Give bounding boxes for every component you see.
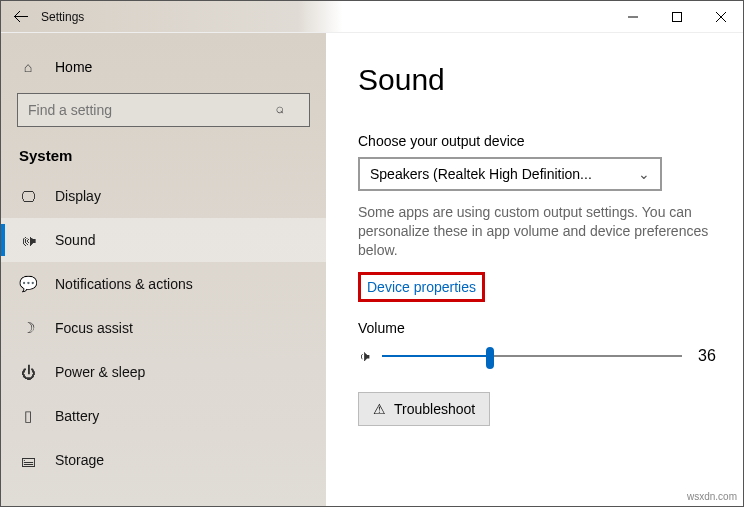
sidebar-item-home[interactable]: ⌂ Home (1, 47, 326, 87)
device-properties-highlight: Device properties (358, 272, 485, 302)
device-properties-link[interactable]: Device properties (367, 279, 476, 295)
home-icon: ⌂ (19, 59, 37, 75)
troubleshoot-label: Troubleshoot (394, 401, 475, 417)
sidebar-item-storage[interactable]: 🖴 Storage (1, 438, 326, 482)
svg-rect-1 (673, 12, 682, 21)
slider-fill (382, 355, 490, 357)
sidebar-item-label: Storage (55, 452, 104, 468)
home-label: Home (55, 59, 92, 75)
sidebar-item-battery[interactable]: ▯ Battery (1, 394, 326, 438)
output-device-dropdown[interactable]: Speakers (Realtek High Definition... ⌄ (358, 157, 662, 191)
volume-row: 🕩 36 (358, 346, 721, 366)
back-button[interactable]: 🡠 (1, 8, 41, 26)
close-icon (716, 12, 726, 22)
sidebar-item-label: Focus assist (55, 320, 133, 336)
search-icon: ⌕ (276, 100, 284, 116)
maximize-icon (672, 12, 682, 22)
sidebar-item-sound[interactable]: 🕪 Sound (1, 218, 326, 262)
sidebar: ⌂ Home ⌕ System 🖵 Display 🕪 Sound 💬 Noti… (1, 33, 326, 506)
troubleshoot-button[interactable]: ⚠ Troubleshoot (358, 392, 490, 426)
sidebar-item-label: Battery (55, 408, 99, 424)
sidebar-item-power-sleep[interactable]: ⏻ Power & sleep (1, 350, 326, 394)
chevron-down-icon: ⌄ (638, 166, 650, 182)
sidebar-item-label: Notifications & actions (55, 276, 193, 292)
window-title: Settings (41, 10, 84, 24)
storage-icon: 🖴 (19, 452, 37, 469)
notifications-icon: 💬 (19, 275, 37, 293)
volume-value: 36 (698, 347, 716, 365)
output-device-label: Choose your output device (358, 133, 721, 149)
display-icon: 🖵 (19, 188, 37, 205)
settings-window: 🡠 Settings ⌂ Home ⌕ System (0, 0, 744, 507)
close-button[interactable] (699, 1, 743, 33)
output-helper-text: Some apps are using custom output settin… (358, 203, 721, 260)
search-input[interactable] (17, 93, 310, 127)
sidebar-category: System (1, 141, 326, 174)
warning-icon: ⚠ (373, 401, 386, 417)
sidebar-item-focus-assist[interactable]: ☽ Focus assist (1, 306, 326, 350)
minimize-icon (628, 12, 638, 22)
window-controls (611, 1, 743, 33)
battery-icon: ▯ (19, 407, 37, 425)
sidebar-item-label: Sound (55, 232, 95, 248)
volume-label: Volume (358, 320, 721, 336)
page-title: Sound (358, 63, 721, 97)
power-icon: ⏻ (19, 364, 37, 381)
sidebar-item-label: Display (55, 188, 101, 204)
titlebar: 🡠 Settings (1, 1, 743, 33)
volume-slider[interactable] (382, 346, 682, 366)
sidebar-item-display[interactable]: 🖵 Display (1, 174, 326, 218)
slider-thumb[interactable] (486, 347, 494, 369)
output-device-value: Speakers (Realtek High Definition... (370, 166, 592, 182)
content-pane: Sound Choose your output device Speakers… (326, 33, 743, 506)
sidebar-item-notifications[interactable]: 💬 Notifications & actions (1, 262, 326, 306)
speaker-icon[interactable]: 🕩 (358, 348, 372, 364)
sound-icon: 🕪 (19, 232, 37, 249)
watermark: wsxdn.com (687, 491, 737, 502)
maximize-button[interactable] (655, 1, 699, 33)
sidebar-item-label: Power & sleep (55, 364, 145, 380)
minimize-button[interactable] (611, 1, 655, 33)
focus-assist-icon: ☽ (19, 319, 37, 337)
